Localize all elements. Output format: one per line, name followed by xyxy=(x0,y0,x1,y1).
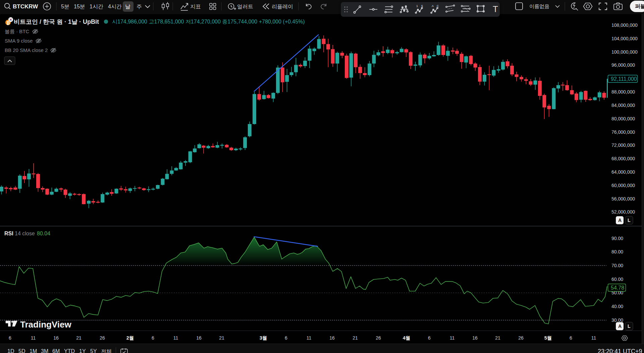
svg-text:92,111,000: 92,111,000 xyxy=(611,76,637,82)
svg-text:108,000,000: 108,000,000 xyxy=(611,22,638,28)
svg-text:80.00: 80.00 xyxy=(611,249,623,254)
svg-text:88,000,000: 88,000,000 xyxy=(611,89,635,95)
svg-text:21: 21 xyxy=(76,335,82,341)
svg-text:BTCKRW: BTCKRW xyxy=(13,3,38,10)
svg-text:L: L xyxy=(628,323,631,329)
svg-text:70.00: 70.00 xyxy=(611,263,623,268)
svg-text:1시간: 1시간 xyxy=(90,4,103,9)
svg-text:주: 주 xyxy=(137,4,142,9)
svg-text:6: 6 xyxy=(428,335,431,341)
svg-text:T: T xyxy=(493,4,498,14)
svg-text:26: 26 xyxy=(376,335,381,341)
svg-text:시174,986,000 고178,651,000 저1: 시174,986,000 고178,651,000 저174,270,000 종… xyxy=(112,19,305,24)
svg-text:11: 11 xyxy=(450,335,455,341)
svg-text:90.00: 90.00 xyxy=(611,236,623,241)
svg-text:A: A xyxy=(618,323,622,329)
svg-text:21: 21 xyxy=(353,335,358,341)
svg-text:4월: 4월 xyxy=(403,335,411,341)
svg-text:16: 16 xyxy=(472,335,478,341)
svg-text:11: 11 xyxy=(591,335,596,341)
svg-text:80,000,000: 80,000,000 xyxy=(611,116,635,121)
svg-text:6: 6 xyxy=(285,335,287,341)
svg-text:15분: 15분 xyxy=(74,4,85,9)
svg-text:21: 21 xyxy=(219,335,224,341)
svg-text:96,000,000: 96,000,000 xyxy=(611,62,635,68)
svg-text:11: 11 xyxy=(173,335,178,341)
svg-text:11: 11 xyxy=(307,335,312,341)
svg-text:64,000,000: 64,000,000 xyxy=(611,169,635,175)
svg-text:얼러트: 얼러트 xyxy=(237,4,253,9)
svg-text:볼륨 · BTC: 볼륨 · BTC xyxy=(5,28,29,34)
svg-text:6: 6 xyxy=(9,335,11,341)
svg-text:L: L xyxy=(628,218,631,223)
svg-text:16: 16 xyxy=(53,335,59,341)
svg-text:2월: 2월 xyxy=(126,335,134,341)
svg-text:6: 6 xyxy=(570,335,572,341)
svg-text:26: 26 xyxy=(100,335,105,341)
svg-text:SMA 9 close: SMA 9 close xyxy=(5,38,33,44)
svg-text:지표: 지표 xyxy=(190,4,201,9)
svg-text:68,000,000: 68,000,000 xyxy=(611,156,635,161)
svg-text:RSI: RSI xyxy=(4,231,13,236)
svg-text:60,000,000: 60,000,000 xyxy=(611,183,635,188)
svg-text:76,000,000: 76,000,000 xyxy=(611,129,635,135)
svg-text:100,000,000: 100,000,000 xyxy=(611,49,638,55)
svg-text:40.00: 40.00 xyxy=(611,304,623,309)
svg-text:이름없음: 이름없음 xyxy=(529,3,549,9)
svg-text:A: A xyxy=(432,4,434,8)
svg-text:날: 날 xyxy=(125,4,130,9)
svg-text:14 close: 14 close xyxy=(15,231,35,236)
svg-text:16: 16 xyxy=(196,335,202,341)
svg-text:11: 11 xyxy=(31,335,36,341)
svg-text:리플레이: 리플레이 xyxy=(272,4,293,9)
svg-text:16: 16 xyxy=(329,335,335,341)
svg-text:5월: 5월 xyxy=(544,335,552,341)
svg-text:A: A xyxy=(618,218,622,223)
svg-text:1: 1 xyxy=(416,4,418,8)
svg-text:54.78: 54.78 xyxy=(611,285,624,291)
svg-text:84,000,000: 84,000,000 xyxy=(611,103,635,108)
svg-text:5분: 5분 xyxy=(61,4,69,9)
svg-text:52,000,000: 52,000,000 xyxy=(611,209,635,215)
svg-text:3월: 3월 xyxy=(260,335,267,341)
svg-text:56,000,000: 56,000,000 xyxy=(611,196,635,201)
svg-text:비트코인 / 한국 원 · 1날 · UpBit: 비트코인 / 한국 원 · 1날 · UpBit xyxy=(14,18,99,25)
svg-text:80.04: 80.04 xyxy=(37,231,50,236)
svg-text:6: 6 xyxy=(152,335,154,341)
svg-text:104,000,000: 104,000,000 xyxy=(611,36,638,41)
svg-text:BB 20 SMA close 2: BB 20 SMA close 2 xyxy=(5,47,48,53)
svg-text:26: 26 xyxy=(518,335,524,341)
svg-text:4시간: 4시간 xyxy=(108,4,122,9)
svg-text:21: 21 xyxy=(495,335,500,341)
svg-text:72,000,000: 72,000,000 xyxy=(611,142,635,148)
svg-text:30.00: 30.00 xyxy=(611,317,623,323)
svg-text:TradingView: TradingView xyxy=(20,319,71,330)
svg-text:60.00: 60.00 xyxy=(611,277,623,282)
